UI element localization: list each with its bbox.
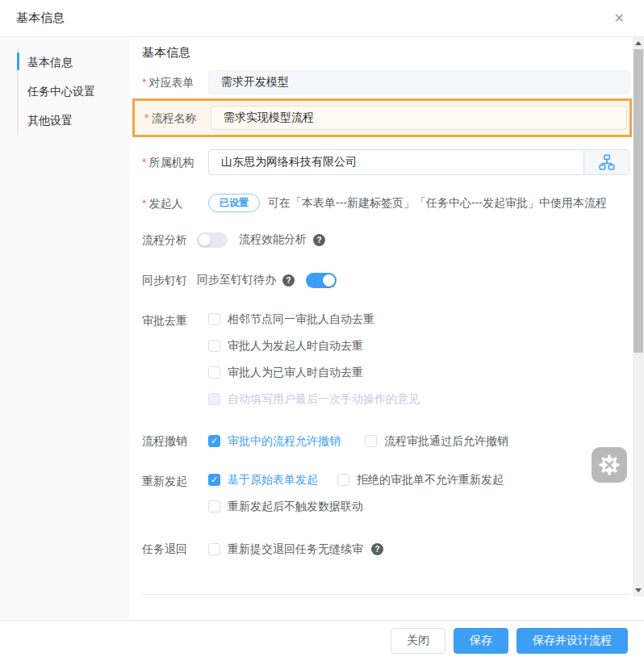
- field-reinitiate: 重新发起 基于原始表单发起 拒绝的审批单不允许重新发起 重新发起后不触发: [142, 473, 629, 513]
- field-sync-dingtalk: 同步钉钉 同步至钉钉待办: [142, 272, 629, 288]
- field-label: *对应表单: [142, 74, 208, 90]
- organization-input-group: 山东思为网络科技有限公司: [208, 149, 629, 175]
- initiator-hint: 可在「本表单---新建标签页」「任务中心---发起审批」中使用本流程: [268, 196, 607, 211]
- process-name-highlight-box: *流程名称 需求实现模型流程: [132, 98, 632, 137]
- field-task-return: 任务退回 重新提交退回任务无缝续审: [142, 541, 629, 557]
- process-name-input[interactable]: 需求实现模型流程: [211, 106, 627, 130]
- sidebar-item-task-center-settings[interactable]: 任务中心设置: [19, 77, 129, 106]
- field-organization: *所属机构 山东思为网络科技有限公司: [142, 149, 629, 175]
- field-label: 流程分析: [142, 232, 187, 248]
- checkbox-icon: [208, 313, 220, 325]
- save-and-design-button[interactable]: 保存并设计流程: [516, 628, 628, 654]
- options-line: 重新发起后不触发数据联动: [208, 500, 504, 513]
- field-process-analysis: 流程分析 流程效能分析: [142, 232, 629, 248]
- toggle-knob: [323, 274, 335, 287]
- checkbox-dedup-adjacent-same-approver[interactable]: 相邻节点同一审批人自动去重: [208, 312, 420, 326]
- required-asterisk: *: [142, 156, 146, 169]
- dialog-title: 基本信息: [16, 10, 65, 26]
- checkbox-icon: [208, 393, 220, 405]
- dialog-header: 基本信息 ✕: [0, 0, 644, 37]
- gear-tools-icon: [598, 454, 621, 476]
- required-asterisk: *: [142, 197, 146, 210]
- field-label: 流程撤销: [142, 433, 208, 449]
- dialog-footer: 关闭 保存 保存并设计流程: [0, 620, 644, 661]
- checkbox-reinitiate-from-original-form[interactable]: 基于原始表单发起: [208, 473, 318, 487]
- options-line: 基于原始表单发起 拒绝的审批单不允许重新发起: [208, 473, 504, 487]
- checkbox-icon: [208, 500, 220, 512]
- dialog-body: 基本信息 任务中心设置 其他设置 基本信息 *对应表单 需求开发模型 *流程名称: [0, 37, 644, 620]
- field-label: 审批去重: [142, 312, 208, 328]
- checkbox-dedup-approver-already-approved[interactable]: 审批人为已审人时自动去重: [208, 366, 420, 379]
- process-analysis-toggle-label: 流程效能分析: [239, 232, 307, 247]
- checkbox-icon: [208, 435, 220, 447]
- field-process-name: *流程名称 需求实现模型流程: [144, 106, 627, 130]
- field-initiator: *发起人 已设置 可在「本表单---新建标签页」「任务中心---发起审批」中使用…: [142, 194, 629, 212]
- sidebar-item-label: 基本信息: [27, 56, 73, 69]
- sidebar: 基本信息 任务中心设置 其他设置: [0, 37, 129, 620]
- sync-dingtalk-toggle[interactable]: [306, 273, 337, 288]
- checkbox-icon: [365, 435, 377, 447]
- field-label: *发起人: [142, 195, 208, 211]
- checkbox-dedup-approver-is-initiator[interactable]: 审批人为发起人时自动去重: [208, 339, 420, 353]
- help-icon[interactable]: [313, 234, 325, 246]
- checkbox-autofill-last-manual-opinion: 自动填写用户最后一次手动操作的意见: [208, 392, 420, 406]
- sidebar-item-basic-info[interactable]: 基本信息: [19, 48, 129, 77]
- field-approval-dedup: 审批去重 相邻节点同一审批人自动去重 审批人为发起人时自动去重 审批人为已审人时…: [142, 312, 629, 406]
- checkbox-resubmit-seamless-review[interactable]: 重新提交退回任务无缝续审: [208, 542, 363, 556]
- help-icon[interactable]: [371, 543, 383, 555]
- checkbox-rejected-cannot-reinitiate[interactable]: 拒绝的审批单不允许重新发起: [337, 473, 504, 487]
- scrollbar-thumb[interactable]: [634, 49, 643, 353]
- scrollbar-up-arrow-icon[interactable]: [635, 41, 642, 45]
- settings-form: 基本信息 *对应表单 需求开发模型 *流程名称 需求实现模型流程 *所属机构 山…: [129, 37, 644, 620]
- close-icon[interactable]: ✕: [611, 9, 628, 28]
- field-label: 重新发起: [142, 473, 208, 489]
- sidebar-menu: 基本信息 任务中心设置 其他设置: [17, 48, 129, 135]
- org-chart-icon: [599, 154, 615, 170]
- field-process-revoke: 流程撤销 审批中的流程允许撤销 流程审批通过后允许撤销: [142, 433, 629, 449]
- sidebar-item-other-settings[interactable]: 其他设置: [19, 106, 129, 135]
- dedup-options: 相邻节点同一审批人自动去重 审批人为发起人时自动去重 审批人为已审人时自动去重 …: [208, 312, 420, 406]
- initiator-set-badge[interactable]: 已设置: [208, 194, 260, 212]
- checkbox-reinitiate-no-data-linkage[interactable]: 重新发起后不触发数据联动: [208, 500, 363, 513]
- field-corresponding-form: *对应表单 需求开发模型: [142, 70, 629, 94]
- checkbox-icon: [208, 474, 220, 486]
- vertical-scrollbar[interactable]: [633, 37, 644, 596]
- toggle-knob: [199, 234, 211, 246]
- process-analysis-toggle[interactable]: [197, 232, 228, 248]
- checkbox-revoke-in-approval[interactable]: 审批中的流程允许撤销: [208, 434, 341, 448]
- checkbox-revoke-after-approved[interactable]: 流程审批通过后允许撤销: [365, 434, 508, 448]
- checkbox-icon: [208, 543, 220, 555]
- field-label: *所属机构: [142, 154, 208, 170]
- content-bottom-divider: [142, 594, 629, 595]
- field-label: *流程名称: [144, 110, 211, 126]
- section-heading: 基本信息: [142, 44, 629, 61]
- reinitiate-options: 基于原始表单发起 拒绝的审批单不允许重新发起 重新发起后不触发数据联动: [208, 473, 504, 513]
- required-asterisk: *: [144, 111, 148, 124]
- scrollbar-down-arrow-icon[interactable]: [635, 588, 642, 592]
- checkbox-icon: [337, 474, 349, 486]
- field-label: 同步钉钉: [142, 272, 187, 288]
- corresponding-form-input[interactable]: 需求开发模型: [208, 70, 629, 94]
- sidebar-item-label: 其他设置: [27, 114, 73, 127]
- settings-gear-button[interactable]: [592, 447, 627, 483]
- checkbox-icon: [208, 366, 220, 379]
- dingtalk-toggle-label: 同步至钉钉待办: [197, 273, 276, 287]
- organization-picker-button[interactable]: [583, 150, 629, 174]
- required-asterisk: *: [142, 76, 146, 89]
- organization-input[interactable]: 山东思为网络科技有限公司: [209, 150, 583, 174]
- close-button[interactable]: 关闭: [391, 628, 445, 654]
- sidebar-item-label: 任务中心设置: [27, 85, 95, 98]
- field-label: 任务退回: [142, 541, 208, 557]
- save-button[interactable]: 保存: [454, 628, 508, 654]
- help-icon[interactable]: [282, 274, 295, 287]
- checkbox-icon: [208, 340, 220, 352]
